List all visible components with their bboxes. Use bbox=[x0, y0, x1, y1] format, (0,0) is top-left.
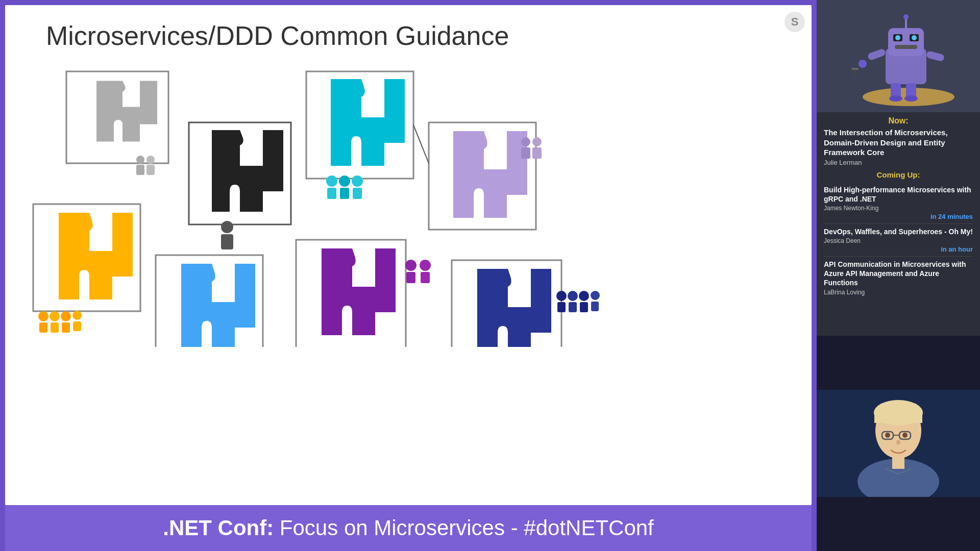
svg-rect-44 bbox=[421, 272, 430, 283]
svg-rect-42 bbox=[406, 272, 415, 283]
main-container: S Microservices/DDD Common Guidance bbox=[0, 0, 980, 551]
event-item-3: API Communication in Microservices with … bbox=[824, 257, 973, 300]
svg-point-27 bbox=[61, 311, 71, 321]
skype-icon: S bbox=[784, 11, 805, 33]
coming-up-label: Coming Up: bbox=[824, 170, 973, 179]
robot-svg bbox=[827, 3, 970, 110]
svg-rect-4 bbox=[136, 165, 144, 175]
event-time-1: in 24 minutes bbox=[824, 213, 973, 220]
svg-line-54 bbox=[413, 125, 429, 163]
svg-rect-51 bbox=[580, 302, 588, 312]
svg-rect-6 bbox=[146, 165, 155, 175]
event-time-2: in an hour bbox=[824, 245, 973, 253]
event-speaker-1: James Newton-King bbox=[824, 205, 973, 212]
svg-point-20 bbox=[532, 137, 542, 146]
svg-point-29 bbox=[72, 311, 82, 320]
webcam-feed bbox=[817, 390, 980, 497]
svg-point-13 bbox=[339, 176, 350, 187]
svg-rect-64 bbox=[895, 45, 917, 49]
svg-rect-9 bbox=[221, 234, 233, 249]
bottom-bar: .NET Conf: Focus on Microservices - #dot… bbox=[5, 505, 812, 551]
svg-rect-24 bbox=[39, 322, 47, 333]
svg-point-50 bbox=[579, 291, 589, 301]
svg-point-15 bbox=[352, 176, 363, 187]
webcam-area bbox=[817, 336, 980, 551]
bottom-bar-tagline: Focus on Microservices - #dotNETConf bbox=[274, 516, 654, 540]
svg-point-8 bbox=[221, 221, 233, 233]
svg-rect-53 bbox=[591, 302, 599, 311]
svg-point-81 bbox=[885, 433, 890, 438]
sidebar: Now: The Intersection of Microservices, … bbox=[817, 0, 980, 551]
slide-content: S Microservices/DDD Common Guidance bbox=[5, 5, 812, 505]
svg-point-62 bbox=[895, 35, 900, 40]
svg-point-83 bbox=[896, 440, 900, 445]
now-speaker: Julie Lerman bbox=[824, 159, 973, 166]
svg-rect-68 bbox=[853, 69, 856, 77]
svg-point-72 bbox=[889, 95, 902, 102]
svg-point-25 bbox=[50, 311, 60, 321]
svg-point-67 bbox=[859, 60, 867, 68]
puzzle-canvas bbox=[5, 61, 812, 500]
event-speaker-3: LaBrina Loving bbox=[824, 289, 973, 296]
svg-point-59 bbox=[903, 14, 909, 19]
svg-point-41 bbox=[405, 260, 416, 271]
slide-area: S Microservices/DDD Common Guidance bbox=[0, 0, 817, 551]
svg-rect-85 bbox=[892, 456, 904, 469]
svg-point-46 bbox=[556, 291, 567, 301]
svg-point-48 bbox=[568, 291, 578, 301]
now-label: Now: bbox=[824, 116, 973, 126]
bottom-bar-brand: .NET Conf: bbox=[163, 516, 274, 540]
svg-rect-12 bbox=[327, 188, 336, 199]
event-speaker-2: Jessica Deen bbox=[824, 237, 973, 244]
event-item-1: Build High-performance Microservices wit… bbox=[824, 182, 973, 224]
svg-rect-77 bbox=[874, 413, 922, 423]
svg-point-73 bbox=[904, 95, 918, 102]
bottom-bar-text: .NET Conf: Focus on Microservices - #dot… bbox=[163, 516, 654, 540]
svg-rect-57 bbox=[888, 28, 924, 56]
svg-rect-19 bbox=[521, 147, 530, 159]
svg-point-43 bbox=[420, 260, 431, 271]
event-title-2: DevOps, Waffles, and Superheroes - Oh My… bbox=[824, 227, 973, 236]
event-item-2: DevOps, Waffles, and Superheroes - Oh My… bbox=[824, 224, 973, 257]
robot-mascot-area bbox=[817, 0, 980, 112]
svg-point-11 bbox=[326, 176, 337, 187]
svg-point-52 bbox=[591, 291, 600, 300]
svg-point-5 bbox=[146, 156, 155, 164]
svg-point-18 bbox=[521, 137, 530, 146]
svg-rect-14 bbox=[340, 188, 349, 199]
schedule-panel: Now: The Intersection of Microservices, … bbox=[817, 112, 980, 336]
svg-rect-47 bbox=[557, 302, 566, 312]
svg-point-23 bbox=[38, 311, 48, 321]
svg-point-82 bbox=[902, 433, 908, 438]
svg-rect-66 bbox=[926, 51, 945, 62]
svg-point-3 bbox=[136, 156, 144, 164]
event-title-3: API Communication in Microservices with … bbox=[824, 260, 973, 288]
svg-rect-30 bbox=[73, 321, 81, 331]
event-title-1: Build High-performance Microservices wit… bbox=[824, 185, 973, 204]
svg-rect-65 bbox=[867, 48, 887, 61]
now-title: The Intersection of Microservices, Domai… bbox=[824, 128, 973, 158]
svg-point-63 bbox=[912, 35, 917, 40]
svg-rect-16 bbox=[353, 188, 362, 199]
slide-title: Microservices/DDD Common Guidance bbox=[5, 5, 812, 61]
svg-rect-26 bbox=[51, 322, 59, 333]
svg-rect-28 bbox=[62, 322, 70, 333]
svg-rect-69 bbox=[851, 68, 859, 70]
svg-rect-21 bbox=[532, 147, 542, 159]
svg-text:S: S bbox=[791, 15, 799, 28]
svg-rect-49 bbox=[569, 302, 577, 312]
